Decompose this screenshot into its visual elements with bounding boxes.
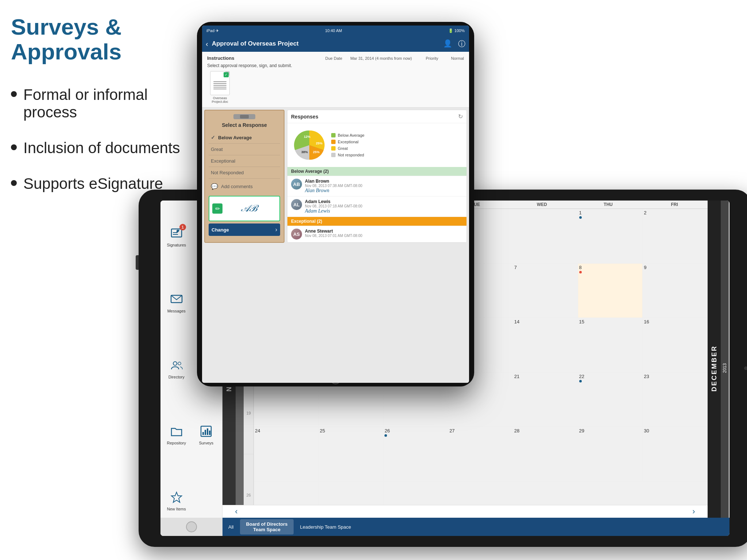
cal-day-29[interactable]: 29 [578, 427, 643, 482]
legend-dot-exceptional [331, 140, 336, 144]
select-response-panel: Select a Response ✓ Below Average Great … [204, 110, 285, 243]
doc-icon: ✓ [210, 71, 230, 95]
back-button[interactable]: ‹ [206, 40, 208, 48]
cal-day-30[interactable]: 30 [643, 427, 708, 482]
pie-legend: Below Average Exceptional Great [331, 133, 364, 157]
response-name-alan: Alan Brown [305, 179, 463, 184]
info-icon[interactable]: ⓘ [458, 39, 465, 49]
legend-below-avg: Below Average [331, 133, 364, 137]
doc-attachment[interactable]: ✓ Overseas Project.doc [207, 71, 233, 104]
prev-month-btn[interactable]: ‹ [228, 507, 244, 516]
clipboard-top [233, 114, 255, 119]
cal-day-22[interactable]: 22 [578, 373, 643, 427]
legend-label-not-responded: Not responded [338, 153, 364, 157]
front-tablet-screen: iPad ✈ 10:40 AM 🔋 100% ‹ Approval of Ove… [202, 26, 469, 383]
december-section: DECEMBER 2013 [708, 201, 729, 536]
main-columns: Select a Response ✓ Below Average Great … [202, 108, 469, 245]
sidebar-item-directory[interactable]: Directory [162, 336, 191, 401]
bullet-item-1: Formal or informal process [11, 86, 201, 121]
cal-day-14[interactable]: 14 [513, 318, 578, 373]
refresh-icon[interactable]: ↻ [458, 113, 463, 120]
checkmark-icon: ✓ [211, 135, 215, 140]
comment-icon: 💬 [211, 183, 218, 190]
sidebar-item-messages[interactable]: Messages [162, 270, 191, 335]
response-info-alan: Alan Brown Nov 08, 2013 07:38 AM GMT-08:… [305, 179, 463, 194]
responses-title: Responses [291, 114, 318, 120]
response-great[interactable]: Great [209, 144, 280, 155]
cal-day-2[interactable]: 2 [643, 209, 708, 264]
svg-rect-17 [209, 431, 210, 435]
cal-day-7[interactable]: 7 [513, 264, 578, 318]
home-button[interactable] [186, 521, 197, 532]
below-average-label: Below Average [218, 135, 252, 140]
svg-text:38%: 38% [301, 150, 308, 154]
change-button[interactable]: Change › [209, 223, 280, 236]
power-button[interactable] [136, 255, 139, 270]
signature-area[interactable]: ✏ 𝒜ℬ [209, 196, 280, 221]
tab-all[interactable]: All [222, 522, 239, 532]
status-bar: iPad ✈ 10:40 AM 🔋 100% [202, 26, 469, 36]
cal-day-26[interactable]: 26 [383, 427, 448, 482]
cal-nav-buttons: ‹ › [222, 505, 708, 518]
next-month-btn[interactable]: › [686, 507, 702, 516]
legend-label-great: Great [338, 146, 348, 151]
december-year: 2013 [721, 201, 729, 536]
response-date-anne: Nov 08, 2013 07:01 AM GMT-08:00 [305, 234, 463, 238]
repository-label: Repository [167, 441, 186, 445]
cal-day-15[interactable]: 15 [578, 318, 643, 373]
cal-day-24[interactable]: 24 [254, 427, 319, 482]
cal-day-23[interactable]: 23 [643, 373, 708, 427]
sidebar-item-repository[interactable]: Repository [162, 402, 191, 466]
response-name-adam: Adam Lewis [305, 199, 463, 204]
cal-day-16[interactable]: 16 [643, 318, 708, 373]
response-below-average[interactable]: ✓ Below Average [209, 132, 280, 144]
legend-label-below-avg: Below Average [338, 133, 364, 137]
new-items-label: New Items [167, 507, 186, 511]
exceptional-label: Exceptional [211, 158, 235, 164]
nav-title: Approval of Overseas Project [212, 40, 440, 47]
bullet-text-1: Formal or informal process [23, 86, 201, 121]
pie-chart: 12% 25% 25% 38% [291, 127, 328, 163]
add-comments-label: Add comments [221, 184, 253, 189]
legend-dot-not-responded [331, 153, 336, 157]
cal-day-8-today[interactable]: 8 [578, 264, 643, 318]
cal-day-25[interactable]: 25 [319, 427, 384, 482]
tab-board[interactable]: Board of DirectorsTeam Space [240, 519, 293, 534]
cal-day-empty5 [513, 209, 578, 264]
legend-not-responded: Not responded [331, 153, 364, 157]
add-comments-btn[interactable]: 💬 Add comments [209, 180, 280, 193]
bullet-text-2: Inclusion of documents [23, 139, 180, 157]
response-not-responded[interactable]: Not Responded [209, 167, 280, 179]
response-item-alan[interactable]: AB Alan Brown Nov 08, 2013 07:38 AM GMT-… [287, 176, 467, 197]
cal-day-9[interactable]: 9 [643, 264, 708, 318]
response-sig-alan: Alan Brown [305, 188, 463, 194]
great-label: Great [211, 147, 223, 152]
avatar-anne: AS [291, 229, 302, 240]
sidebar-item-surveys[interactable]: Surveys [192, 402, 221, 466]
cal-day-28[interactable]: 28 [513, 427, 578, 482]
select-response-title: Select a Response [209, 122, 280, 128]
cal-day-21[interactable]: 21 [513, 373, 578, 427]
response-name-anne: Anne Stewart [305, 229, 463, 234]
svg-point-9 [173, 362, 177, 365]
user-icon[interactable]: 👤 [443, 39, 452, 49]
signatures-icon: 1 [169, 225, 185, 241]
response-item-adam[interactable]: AL Adam Lewis Nov 08, 2013 07:18 AM GMT-… [287, 197, 467, 217]
change-label: Change [212, 227, 229, 233]
clipboard-clip [240, 115, 249, 118]
group-header-below-avg: Below Average (2) [287, 167, 467, 176]
front-tablet: iPad ✈ 10:40 AM 🔋 100% ‹ Approval of Ove… [197, 22, 474, 386]
messages-label: Messages [167, 309, 186, 313]
svg-text:25%: 25% [313, 150, 320, 154]
response-item-anne[interactable]: AS Anne Stewart Nov 08, 2013 07:01 AM GM… [287, 226, 467, 242]
svg-rect-14 [202, 432, 204, 435]
sidebar-item-signatures[interactable]: 1 Signatures [162, 204, 191, 269]
cal-day-27[interactable]: 27 [448, 427, 513, 482]
tab-leadership[interactable]: Leadership Team Space [294, 522, 357, 532]
cal-day-1[interactable]: 1 [578, 209, 643, 264]
change-arrow-icon: › [275, 226, 277, 233]
new-items-icon [169, 489, 185, 505]
instructions-body: Select approval response, sign, and subm… [207, 63, 464, 68]
response-exceptional[interactable]: Exceptional [209, 155, 280, 167]
svg-marker-18 [171, 492, 182, 502]
